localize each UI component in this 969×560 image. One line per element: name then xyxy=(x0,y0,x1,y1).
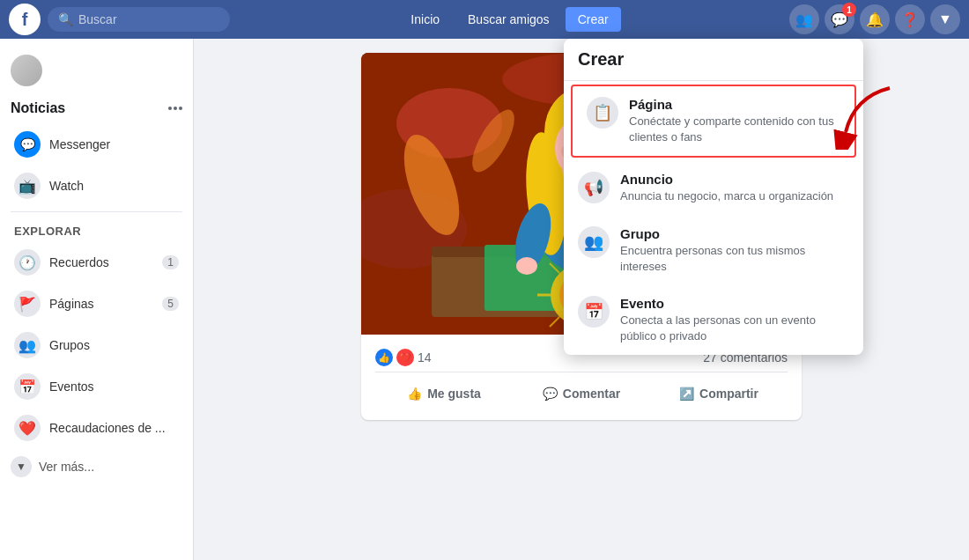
like-reaction-icon: 👍 xyxy=(375,349,393,366)
comment-label: Comentar xyxy=(563,387,620,401)
nav-center: Inicio Buscar amigos Crear xyxy=(398,7,620,32)
noticias-header: Noticias xyxy=(0,93,193,123)
notifications-icon-button[interactable]: 🔔 xyxy=(860,4,890,34)
ver-mas-label: Ver más... xyxy=(39,460,94,474)
watch-icon: 📺 xyxy=(14,173,41,199)
recaudaciones-icon: ❤️ xyxy=(14,415,41,441)
messenger-icon: 💬 xyxy=(14,131,41,158)
dropdown-item-evento[interactable]: 📅 Evento Conecta a las personas con un e… xyxy=(564,285,863,355)
sidebar-item-paginas[interactable]: 🚩 Páginas 5 xyxy=(4,284,189,324)
friends-icon-button[interactable]: 👥 xyxy=(789,4,819,34)
sidebar-profile[interactable] xyxy=(0,48,193,93)
reactions-left: 👍 ❤️ 14 xyxy=(375,349,432,366)
evento-text: Evento Conecta a las personas con un eve… xyxy=(620,296,849,344)
eventos-label: Eventos xyxy=(49,379,179,394)
grupo-desc: Encuentra personas con tus mismos intere… xyxy=(620,243,849,275)
heart-reaction-icon: ❤️ xyxy=(396,349,414,366)
nav-right: 👥 💬 1 🔔 ❓ ▼ xyxy=(789,4,960,34)
sidebar-item-recuerdos[interactable]: 🕐 Recuerdos 1 xyxy=(4,242,189,283)
comment-icon: 💬 xyxy=(543,387,558,401)
nav-inicio-button[interactable]: Inicio xyxy=(398,7,452,32)
ver-mas-button[interactable]: ▼ Ver más... xyxy=(0,449,193,484)
search-icon: 🔍 xyxy=(58,12,73,26)
message-badge: 1 xyxy=(842,3,856,17)
grupos-icon: 👥 xyxy=(14,332,41,358)
top-navigation: f 🔍 Inicio Buscar amigos Crear 👥 💬 1 🔔 ❓… xyxy=(0,0,969,39)
dropdown-title: Crear xyxy=(564,39,863,81)
recuerdos-icon: 🕐 xyxy=(14,249,41,276)
nav-left: f 🔍 xyxy=(9,4,230,35)
evento-title: Evento xyxy=(620,296,849,311)
nav-buscar-amigos-button[interactable]: Buscar amigos xyxy=(455,7,562,32)
svg-point-35 xyxy=(516,257,537,275)
explorar-section-title: Explorar xyxy=(0,217,193,241)
grupo-icon: 👥 xyxy=(578,226,610,258)
grupo-text: Grupo Encuentra personas con tus mismos … xyxy=(620,226,849,275)
pagina-title: Página xyxy=(629,97,840,112)
post-actions: 👍 Me gusta 💬 Comentar ↗️ Compartir xyxy=(375,376,788,411)
recuerdos-count: 1 xyxy=(162,255,179,269)
share-label: Compartir xyxy=(699,387,758,401)
like-button[interactable]: 👍 Me gusta xyxy=(375,379,513,408)
evento-icon: 📅 xyxy=(578,296,610,328)
paginas-count: 5 xyxy=(162,297,179,311)
red-arrow-indicator xyxy=(828,79,899,153)
messages-icon-button[interactable]: 💬 1 xyxy=(825,4,854,34)
share-button[interactable]: ↗️ Compartir xyxy=(650,379,788,408)
paginas-icon: 🚩 xyxy=(14,291,41,317)
sidebar-item-messenger[interactable]: 💬 Messenger xyxy=(4,124,189,165)
noticias-more-button[interactable] xyxy=(168,107,182,110)
sidebar-item-eventos[interactable]: 📅 Eventos xyxy=(4,366,189,407)
account-menu-button[interactable]: ▼ xyxy=(930,4,960,34)
divider-1 xyxy=(11,211,182,212)
anuncio-text: Anuncio Anuncia tu negocio, marca u orga… xyxy=(620,172,849,204)
sidebar-item-recaudaciones[interactable]: ❤️ Recaudaciones de ... xyxy=(4,408,189,448)
watch-label: Watch xyxy=(49,179,179,193)
sidebar-item-watch[interactable]: 📺 Watch xyxy=(4,166,189,206)
like-label: Me gusta xyxy=(427,387,481,401)
search-input[interactable] xyxy=(78,12,219,26)
sidebar: Noticias 💬 Messenger 📺 Watch Explorar 🕐 … xyxy=(0,39,194,560)
facebook-logo: f xyxy=(9,4,41,35)
search-box[interactable]: 🔍 xyxy=(48,7,230,32)
recuerdos-label: Recuerdos xyxy=(49,255,153,269)
help-icon-button[interactable]: ❓ xyxy=(895,4,925,34)
create-dropdown-menu: Crear 📋 Página Conéctate y comparte cont… xyxy=(564,39,863,355)
dropdown-item-pagina[interactable]: 📋 Página Conéctate y comparte contenido … xyxy=(571,85,856,158)
messenger-label: Messenger xyxy=(49,137,179,151)
pagina-desc: Conéctate y comparte contenido con tus c… xyxy=(629,114,840,145)
evento-desc: Conecta a las personas con un evento púb… xyxy=(620,313,849,344)
like-icon: 👍 xyxy=(407,387,422,401)
comment-button[interactable]: 💬 Comentar xyxy=(513,379,650,408)
chevron-down-icon: ▼ xyxy=(11,456,32,477)
dropdown-item-grupo[interactable]: 👥 Grupo Encuentra personas con tus mismo… xyxy=(564,216,863,285)
sidebar-item-grupos[interactable]: 👥 Grupos xyxy=(4,325,189,365)
anuncio-title: Anuncio xyxy=(620,172,849,187)
dropdown-item-anuncio[interactable]: 📢 Anuncio Anuncia tu negocio, marca u or… xyxy=(564,161,863,215)
paginas-label: Páginas xyxy=(49,297,153,311)
share-icon: ↗️ xyxy=(679,387,694,401)
nav-crear-button[interactable]: Crear xyxy=(566,7,621,32)
noticias-title: Noticias xyxy=(11,100,65,116)
anuncio-desc: Anuncia tu negocio, marca u organización xyxy=(620,188,849,204)
grupos-label: Grupos xyxy=(49,338,179,352)
eventos-icon: 📅 xyxy=(14,373,41,400)
avatar xyxy=(11,55,42,86)
anuncio-icon: 📢 xyxy=(578,172,610,203)
reactions-count: 14 xyxy=(418,350,432,365)
pagina-text: Página Conéctate y comparte contenido co… xyxy=(629,97,840,145)
grupo-title: Grupo xyxy=(620,226,849,241)
pagina-icon: 📋 xyxy=(587,97,618,129)
recaudaciones-label: Recaudaciones de ... xyxy=(49,421,179,435)
